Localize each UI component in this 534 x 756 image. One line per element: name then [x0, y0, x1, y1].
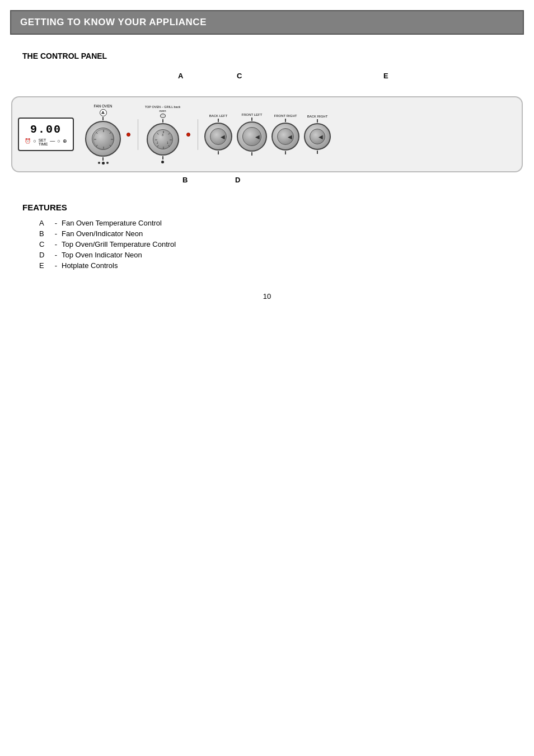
appliance-panel: 9.00 ⏰ ○ SETTIME — ○ ⊕ FAN OVEN A	[11, 96, 523, 172]
back-right-top-tick	[317, 119, 318, 123]
back-right-bottom-tick	[317, 151, 318, 154]
top-oven-dial-svg: 3 2 1	[153, 130, 174, 150]
neon-d-group	[186, 133, 190, 137]
timer-digits: 9.00	[30, 123, 62, 136]
front-right-knob-group: FRONT RIGHT ◀	[271, 114, 299, 154]
back-left-arrow: ◀	[221, 134, 225, 140]
svg-line-6	[96, 145, 97, 147]
timer-icon-5: ⊕	[63, 138, 67, 146]
feature-item-b: B - Fan Oven/Indicator Neon	[39, 229, 512, 238]
back-left-label: BACK LEFT	[209, 114, 228, 118]
feature-letter-c: C	[39, 240, 50, 248]
fan-oven-label: FAN OVEN	[94, 104, 113, 108]
back-right-label: BACK RIGHT	[307, 115, 328, 118]
feature-item-e: E - Hotplate Controls	[39, 261, 512, 270]
svg-line-14	[157, 145, 158, 147]
feature-dash-e: -	[50, 261, 62, 270]
label-a: A	[178, 72, 183, 80]
fan-oven-inner-knob	[92, 128, 114, 150]
feature-letter-d: D	[39, 251, 50, 259]
diagram-top-labels: A C E	[11, 72, 523, 96]
feature-text-a: Fan Oven Temperature Control	[62, 219, 512, 227]
timer-display: 9.00 ⏰ ○ SETTIME — ○ ⊕	[18, 118, 74, 151]
back-left-top-tick	[218, 119, 219, 122]
features-list: A - Fan Oven Temperature Control B - Fan…	[39, 219, 512, 270]
feature-item-d: D - Top Oven Indicator Neon	[39, 251, 512, 259]
timer-icon-1: ⏰	[25, 138, 31, 146]
page-number-value: 10	[263, 292, 271, 300]
page-number: 10	[0, 292, 534, 300]
timer-icon-4: ○	[57, 138, 60, 146]
neon-b-indicator	[127, 133, 130, 137]
front-right-knob[interactable]: ◀	[271, 123, 299, 151]
back-left-knob-group: BACK LEFT ◀	[204, 114, 232, 154]
top-oven-top-tick	[162, 119, 163, 123]
feature-letter-a: A	[39, 219, 50, 227]
front-left-knob[interactable]: ◀	[237, 121, 267, 152]
feature-text-d: Top Oven Indicator Neon	[62, 251, 512, 259]
top-oven-bottom-tick	[162, 156, 163, 159]
fan-oven-knob[interactable]	[85, 121, 121, 157]
front-left-arrow: ◀	[255, 134, 260, 140]
feature-letter-b: B	[39, 229, 50, 238]
page-header: GETTING TO KNOW YOUR APPLIANCE	[10, 10, 524, 35]
fan-oven-top-tick	[102, 117, 104, 120]
circled-a-badge: A	[100, 109, 107, 116]
page-title: GETTING TO KNOW YOUR APPLIANCE	[20, 17, 207, 27]
front-left-label: FRONT LEFT	[242, 113, 263, 116]
label-b: B	[182, 176, 188, 184]
neon-d-indicator	[186, 133, 190, 137]
back-right-knob-group: BACK RIGHT ◀	[304, 115, 331, 154]
separator-1	[138, 119, 138, 150]
feature-dash-a: -	[50, 219, 62, 227]
dot2	[102, 162, 105, 165]
fan-oven-knob-group: FAN OVEN A	[85, 104, 121, 165]
svg-text:2: 2	[157, 142, 158, 144]
svg-text:1: 1	[167, 142, 168, 144]
diagram-bottom-labels: B D	[11, 172, 523, 189]
timer-value: 9.00	[30, 123, 62, 136]
front-right-arrow: ◀	[288, 134, 292, 140]
feature-dash-b: -	[50, 229, 62, 238]
svg-line-8	[96, 132, 97, 134]
top-oven-knob[interactable]: 3 2 1	[147, 123, 179, 156]
features-section: FEATURES A - Fan Oven Temperature Contro…	[22, 203, 512, 270]
control-panel-title: THE CONTROL PANEL	[22, 51, 512, 60]
label-d: D	[235, 176, 240, 184]
top-oven-icon	[160, 114, 166, 118]
top-oven-inner-knob: 3 2 1	[153, 129, 173, 149]
svg-line-16	[157, 133, 158, 134]
dot1	[98, 162, 100, 164]
back-right-knob[interactable]: ◀	[304, 123, 331, 150]
front-left-top-tick	[251, 118, 252, 121]
label-c: C	[237, 72, 242, 80]
fan-oven-dial-svg	[92, 128, 115, 151]
feature-text-c: Top Oven/Grill Temperature Control	[62, 240, 512, 248]
front-right-bottom-tick	[285, 151, 286, 154]
front-right-top-tick	[285, 119, 286, 122]
feature-dash-d: -	[50, 251, 62, 259]
svg-line-4	[110, 145, 111, 147]
front-left-bottom-tick	[251, 152, 252, 156]
back-left-knob[interactable]: ◀	[204, 123, 232, 151]
timer-icons: ⏰ ○ SETTIME — ○ ⊕	[25, 138, 67, 146]
svg-line-2	[110, 132, 111, 134]
dot3	[106, 162, 109, 164]
back-right-arrow: ◀	[318, 134, 323, 140]
svg-line-12	[168, 145, 170, 147]
fan-oven-bottom-tick	[102, 157, 104, 161]
feature-item-c: C - Top Oven/Grill Temperature Control	[39, 240, 512, 248]
timer-icon-3: —	[50, 138, 55, 146]
feature-item-a: A - Fan Oven Temperature Control	[39, 219, 512, 227]
feature-dash-c: -	[50, 240, 62, 248]
fan-oven-dots	[98, 162, 109, 165]
timer-icon-set: SETTIME	[39, 138, 48, 146]
neon-b-group	[127, 133, 130, 137]
back-left-bottom-tick	[218, 151, 219, 154]
feature-text-b: Fan Oven/Indicator Neon	[62, 229, 512, 238]
top-oven-knob-group: TOP OVEN ~ GRILL back oven	[144, 105, 181, 163]
svg-line-10	[168, 133, 170, 134]
timer-icon-2: ○	[33, 138, 36, 146]
top-oven-bottom-dot	[161, 161, 164, 163]
control-panel-section: THE CONTROL PANEL	[22, 51, 512, 60]
